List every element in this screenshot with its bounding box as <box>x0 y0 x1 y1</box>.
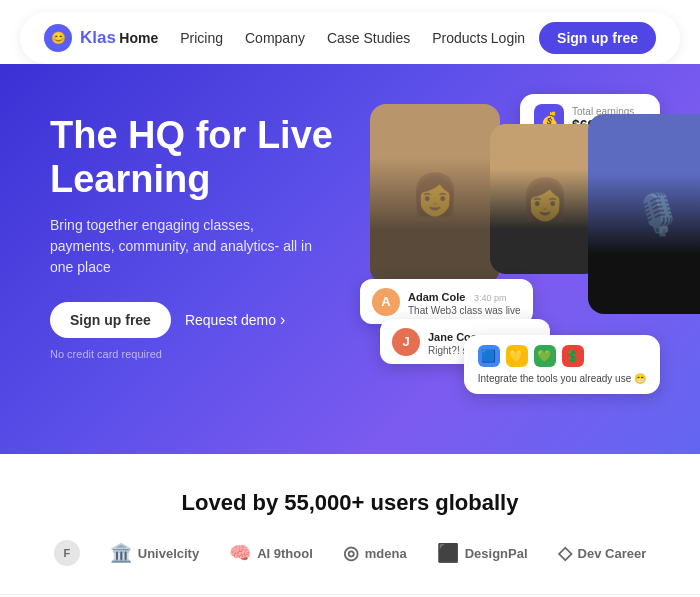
logo-designpal: ⬛ DesignPal <box>437 542 528 564</box>
designpal-label: DesignPal <box>465 546 528 561</box>
univelcity-icon: 🏛️ <box>110 542 132 564</box>
tool-icon-3: 💚 <box>534 345 556 367</box>
hero-section: The HQ for Live Learning Bring together … <box>0 64 700 454</box>
chat-avatar-1: A <box>372 288 400 316</box>
photo-card-woman1: 👩 <box>370 104 500 284</box>
chat-avatar-2: J <box>392 328 420 356</box>
chat-info-1: Adam Cole 3:40 pm That Web3 class was li… <box>408 287 521 316</box>
nav-item-products[interactable]: Products <box>432 29 487 47</box>
photo-card-woman2: 👩 <box>490 124 600 274</box>
arrow-icon: › <box>280 311 285 329</box>
nav-signup-button[interactable]: Sign up free <box>539 22 656 54</box>
nav-link-pricing[interactable]: Pricing <box>180 30 223 46</box>
social-proof-section: Loved by 55,000+ users globally F 🏛️ Uni… <box>0 454 700 594</box>
logo-icon: 😊 <box>44 24 72 52</box>
falke-icon: F <box>54 540 80 566</box>
person-silhouette-2: 👩 <box>490 124 600 274</box>
no-credit-card-label: No credit card required <box>50 348 340 360</box>
mdena-icon: ◎ <box>343 542 359 564</box>
logo-ai-school: 🧠 AI 9thool <box>229 542 313 564</box>
hero-title: The HQ for Live Learning <box>50 114 340 201</box>
mdena-label: mdena <box>365 546 407 561</box>
hero-subtitle: Bring together engaging classes, payment… <box>50 215 320 278</box>
chat-name-1: Adam Cole 3:40 pm <box>408 287 521 305</box>
tools-text: Integrate the tools you already use 😁 <box>478 373 646 384</box>
logo-mdena: ◎ mdena <box>343 542 407 564</box>
nav-item-company[interactable]: Company <box>245 29 305 47</box>
logo-univelcity: 🏛️ Univelcity <box>110 542 199 564</box>
request-demo-button[interactable]: Request demo › <box>185 311 285 329</box>
univelcity-label: Univelcity <box>138 546 199 561</box>
tools-icons-row: 🟦 💛 💚 💲 <box>478 345 646 367</box>
logo-falke: F <box>54 540 80 566</box>
ai-school-label: AI 9thool <box>257 546 313 561</box>
hero-buttons: Sign up free Request demo › <box>50 302 340 338</box>
nav-item-home[interactable]: Home <box>119 29 158 47</box>
login-button[interactable]: Login <box>491 30 525 46</box>
logo-text: Klas <box>80 28 116 48</box>
person-silhouette-3: 🎙️ <box>588 114 700 314</box>
nav-link-home[interactable]: Home <box>119 30 158 46</box>
photo-card-man: 🎙️ <box>588 114 700 314</box>
nav-right: Login Sign up free <box>491 22 656 54</box>
partner-logos-row: F 🏛️ Univelcity 🧠 AI 9thool ◎ mdena ⬛ De… <box>40 540 660 566</box>
hero-signup-button[interactable]: Sign up free <box>50 302 171 338</box>
nav-links: Home Pricing Company Case Studies Produc… <box>119 29 487 47</box>
ai-school-icon: 🧠 <box>229 542 251 564</box>
nav-link-case-studies[interactable]: Case Studies <box>327 30 410 46</box>
person-silhouette-1: 👩 <box>370 104 500 284</box>
navbar: 😊 Klas Home Pricing Company Case Studies… <box>20 12 680 64</box>
nav-item-pricing[interactable]: Pricing <box>180 29 223 47</box>
social-proof-title: Loved by 55,000+ users globally <box>40 490 660 516</box>
chat-msg-1: That Web3 class was live <box>408 305 521 316</box>
logo[interactable]: 😊 Klas <box>44 24 116 52</box>
tool-icon-2: 💛 <box>506 345 528 367</box>
devcareer-icon: ◇ <box>558 542 572 564</box>
tool-icon-1: 🟦 <box>478 345 500 367</box>
nav-link-company[interactable]: Company <box>245 30 305 46</box>
nav-item-case-studies[interactable]: Case Studies <box>327 29 410 47</box>
hero-right: 💰 Total earnings $69,000 👩 👩 🎙️ A Adam C… <box>360 104 650 404</box>
tools-card: 🟦 💛 💚 💲 Integrate the tools you already … <box>464 335 660 394</box>
hero-left: The HQ for Live Learning Bring together … <box>50 104 340 360</box>
designpal-icon: ⬛ <box>437 542 459 564</box>
devcareer-label: Dev Career <box>578 546 647 561</box>
logo-devcareer: ◇ Dev Career <box>558 542 647 564</box>
chat-bubble-1: A Adam Cole 3:40 pm That Web3 class was … <box>360 279 533 324</box>
tool-icon-4: 💲 <box>562 345 584 367</box>
nav-link-products[interactable]: Products <box>432 30 487 46</box>
